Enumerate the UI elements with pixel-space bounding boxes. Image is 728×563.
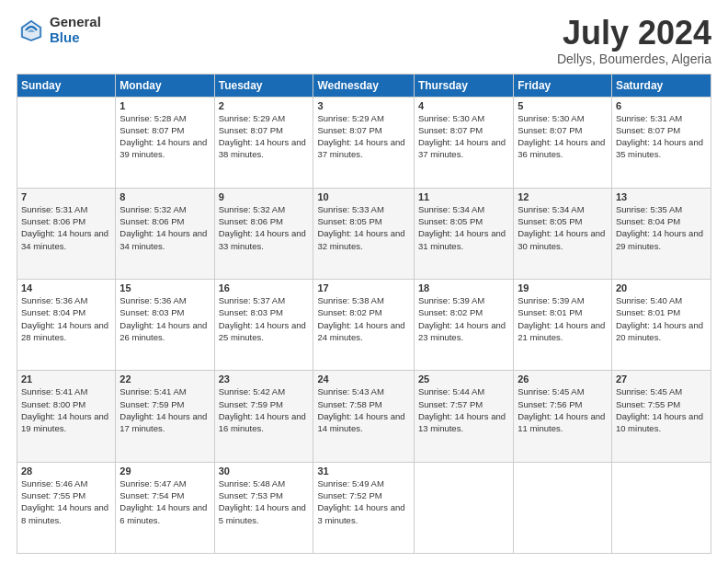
- header: General Blue July 2024 Dellys, Boumerdes…: [17, 15, 711, 66]
- page: General Blue July 2024 Dellys, Boumerdes…: [0, 0, 728, 563]
- day-daylight: Daylight: 14 hours and 33 minutes.: [219, 227, 310, 252]
- calendar-week-3: 21Sunrise: 5:41 AMSunset: 8:00 PMDayligh…: [17, 371, 711, 462]
- calendar-cell: 26Sunrise: 5:45 AMSunset: 7:56 PMDayligh…: [514, 371, 612, 462]
- day-number: 12: [518, 191, 608, 202]
- day-sunset: Sunset: 7:55 PM: [21, 489, 111, 501]
- day-daylight: Daylight: 14 hours and 21 minutes.: [518, 319, 608, 344]
- calendar-cell: 14Sunrise: 5:36 AMSunset: 8:04 PMDayligh…: [17, 280, 116, 371]
- day-daylight: Daylight: 14 hours and 28 minutes.: [21, 319, 111, 344]
- day-sunrise: Sunrise: 5:31 AM: [616, 112, 707, 124]
- calendar-cell: 3Sunrise: 5:29 AMSunset: 8:07 PMDaylight…: [313, 97, 414, 188]
- day-daylight: Daylight: 14 hours and 37 minutes.: [317, 136, 409, 161]
- col-wednesday: Wednesday: [313, 74, 414, 97]
- day-number: 21: [21, 373, 111, 385]
- day-daylight: Daylight: 14 hours and 34 minutes.: [119, 227, 210, 252]
- day-number: 20: [616, 282, 707, 293]
- day-daylight: Daylight: 14 hours and 29 minutes.: [616, 227, 707, 252]
- day-daylight: Daylight: 14 hours and 30 minutes.: [518, 227, 608, 252]
- calendar-cell: 25Sunrise: 5:44 AMSunset: 7:57 PMDayligh…: [414, 371, 513, 462]
- day-sunset: Sunset: 7:53 PM: [219, 489, 310, 501]
- calendar-cell: [414, 462, 513, 553]
- day-number: 27: [616, 373, 707, 385]
- calendar-cell: 28Sunrise: 5:46 AMSunset: 7:55 PMDayligh…: [17, 462, 116, 553]
- calendar-cell: 21Sunrise: 5:41 AMSunset: 8:00 PMDayligh…: [17, 371, 116, 462]
- day-number: 14: [21, 282, 111, 293]
- day-daylight: Daylight: 14 hours and 39 minutes.: [119, 136, 210, 161]
- calendar-cell: 19Sunrise: 5:39 AMSunset: 8:01 PMDayligh…: [514, 280, 612, 371]
- day-sunset: Sunset: 8:06 PM: [219, 215, 310, 227]
- day-daylight: Daylight: 14 hours and 32 minutes.: [317, 227, 409, 252]
- day-sunset: Sunset: 7:59 PM: [119, 398, 210, 410]
- day-daylight: Daylight: 14 hours and 20 minutes.: [616, 319, 707, 344]
- calendar-cell: 7Sunrise: 5:31 AMSunset: 8:06 PMDaylight…: [17, 188, 116, 279]
- day-sunrise: Sunrise: 5:35 AM: [616, 203, 707, 215]
- day-sunrise: Sunrise: 5:45 AM: [518, 385, 608, 397]
- day-sunset: Sunset: 8:07 PM: [119, 124, 210, 136]
- calendar-cell: [611, 462, 711, 553]
- day-number: 9: [219, 191, 310, 202]
- day-sunrise: Sunrise: 5:29 AM: [317, 112, 409, 124]
- day-sunset: Sunset: 8:00 PM: [21, 398, 111, 410]
- day-sunset: Sunset: 7:52 PM: [317, 489, 409, 501]
- subtitle: Dellys, Boumerdes, Algeria: [557, 52, 711, 66]
- day-daylight: Daylight: 14 hours and 10 minutes.: [616, 410, 707, 435]
- calendar-week-4: 28Sunrise: 5:46 AMSunset: 7:55 PMDayligh…: [17, 462, 711, 553]
- day-number: 25: [418, 373, 509, 385]
- col-friday: Friday: [514, 74, 612, 97]
- day-sunrise: Sunrise: 5:30 AM: [518, 112, 608, 124]
- calendar-cell: 8Sunrise: 5:32 AMSunset: 8:06 PMDaylight…: [116, 188, 214, 279]
- day-sunset: Sunset: 7:56 PM: [518, 398, 608, 410]
- day-sunrise: Sunrise: 5:47 AM: [119, 477, 210, 489]
- day-sunset: Sunset: 8:07 PM: [317, 124, 409, 136]
- day-number: 6: [616, 100, 707, 111]
- day-daylight: Daylight: 14 hours and 25 minutes.: [219, 319, 310, 344]
- logo-text: General Blue: [50, 15, 101, 45]
- calendar-cell: 9Sunrise: 5:32 AMSunset: 8:06 PMDaylight…: [214, 188, 313, 279]
- main-title: July 2024: [557, 15, 711, 52]
- day-sunset: Sunset: 7:57 PM: [418, 398, 509, 410]
- day-sunset: Sunset: 8:01 PM: [518, 306, 608, 318]
- day-number: 2: [219, 100, 310, 111]
- day-sunset: Sunset: 8:06 PM: [119, 215, 210, 227]
- title-block: July 2024 Dellys, Boumerdes, Algeria: [557, 15, 711, 66]
- logo-general: General: [50, 15, 101, 30]
- calendar-cell: 15Sunrise: 5:36 AMSunset: 8:03 PMDayligh…: [116, 280, 214, 371]
- day-number: 19: [518, 282, 608, 293]
- day-sunset: Sunset: 8:05 PM: [518, 215, 608, 227]
- day-sunset: Sunset: 8:02 PM: [418, 306, 509, 318]
- day-number: 5: [518, 100, 608, 111]
- day-daylight: Daylight: 14 hours and 34 minutes.: [21, 227, 111, 252]
- day-sunrise: Sunrise: 5:41 AM: [119, 385, 210, 397]
- day-sunset: Sunset: 8:07 PM: [518, 124, 608, 136]
- calendar-cell: 18Sunrise: 5:39 AMSunset: 8:02 PMDayligh…: [414, 280, 513, 371]
- day-sunrise: Sunrise: 5:32 AM: [119, 203, 210, 215]
- day-sunset: Sunset: 8:02 PM: [317, 306, 409, 318]
- day-sunrise: Sunrise: 5:38 AM: [317, 294, 409, 306]
- day-sunrise: Sunrise: 5:29 AM: [219, 112, 310, 124]
- day-daylight: Daylight: 14 hours and 6 minutes.: [119, 501, 210, 526]
- day-daylight: Daylight: 14 hours and 19 minutes.: [21, 410, 111, 435]
- day-sunrise: Sunrise: 5:37 AM: [219, 294, 310, 306]
- calendar-cell: 5Sunrise: 5:30 AMSunset: 8:07 PMDaylight…: [514, 97, 612, 188]
- day-number: 23: [219, 373, 310, 385]
- day-sunset: Sunset: 8:03 PM: [219, 306, 310, 318]
- day-number: 22: [119, 373, 210, 385]
- day-sunrise: Sunrise: 5:41 AM: [21, 385, 111, 397]
- day-sunrise: Sunrise: 5:48 AM: [219, 477, 310, 489]
- col-thursday: Thursday: [414, 74, 513, 97]
- calendar-cell: 27Sunrise: 5:45 AMSunset: 7:55 PMDayligh…: [611, 371, 711, 462]
- day-number: 13: [616, 191, 707, 202]
- day-daylight: Daylight: 14 hours and 38 minutes.: [219, 136, 310, 161]
- col-saturday: Saturday: [611, 74, 711, 97]
- logo: General Blue: [17, 15, 101, 45]
- calendar-cell: 10Sunrise: 5:33 AMSunset: 8:05 PMDayligh…: [313, 188, 414, 279]
- day-number: 24: [317, 373, 409, 385]
- day-sunrise: Sunrise: 5:39 AM: [418, 294, 509, 306]
- day-number: 31: [317, 465, 409, 477]
- logo-icon: [17, 16, 46, 45]
- calendar-cell: 4Sunrise: 5:30 AMSunset: 8:07 PMDaylight…: [414, 97, 513, 188]
- calendar-cell: 12Sunrise: 5:34 AMSunset: 8:05 PMDayligh…: [514, 188, 612, 279]
- day-daylight: Daylight: 14 hours and 3 minutes.: [317, 501, 409, 526]
- day-sunrise: Sunrise: 5:40 AM: [616, 294, 707, 306]
- calendar-cell: 2Sunrise: 5:29 AMSunset: 8:07 PMDaylight…: [214, 97, 313, 188]
